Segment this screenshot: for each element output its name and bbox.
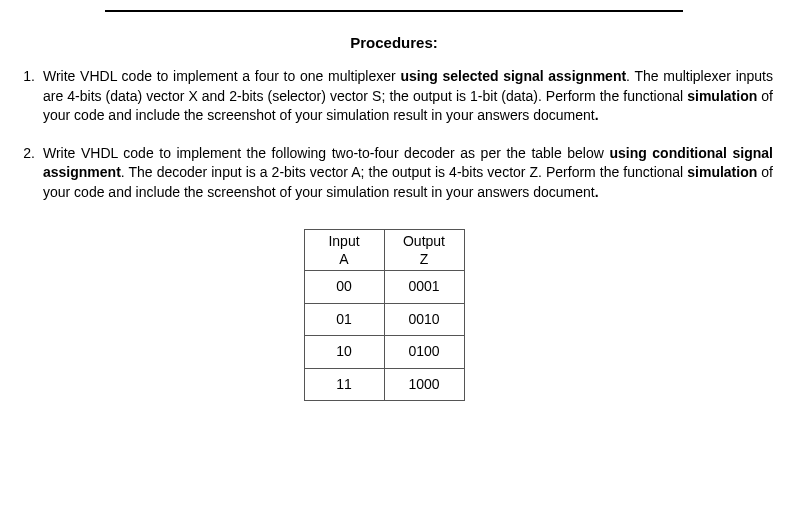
table-row: 11 1000 — [304, 368, 464, 401]
text-bold: . — [595, 184, 599, 200]
section-heading: Procedures: — [15, 32, 773, 53]
table-row: 01 0010 — [304, 303, 464, 336]
procedure-list: 1. Write VHDL code to implement a four t… — [15, 67, 773, 203]
text-segment: Write VHDL code to implement a four to o… — [43, 68, 400, 84]
table-cell: 0100 — [384, 336, 464, 369]
table-cell: 01 — [304, 303, 384, 336]
text-segment: Write VHDL code to implement the followi… — [43, 145, 609, 161]
list-item: 2. Write VHDL code to implement the foll… — [15, 144, 773, 203]
table-header-cell: Input A — [304, 229, 384, 270]
text-bold: simulation — [687, 88, 757, 104]
col-header: Output — [403, 233, 445, 249]
table-row: 00 0001 — [304, 270, 464, 303]
table-cell: 00 — [304, 270, 384, 303]
truth-table: Input A Output Z 00 0001 01 0010 10 0100… — [304, 229, 465, 402]
col-subheader: Z — [420, 251, 429, 267]
table-cell: 11 — [304, 368, 384, 401]
table-row: 10 0100 — [304, 336, 464, 369]
list-item: 1. Write VHDL code to implement a four t… — [15, 67, 773, 126]
horizontal-rule — [105, 10, 683, 12]
item-number: 2. — [15, 144, 43, 203]
table-cell: 1000 — [384, 368, 464, 401]
table-cell: 10 — [304, 336, 384, 369]
table-header-row: Input A Output Z — [304, 229, 464, 270]
item-text: Write VHDL code to implement a four to o… — [43, 67, 773, 126]
item-text: Write VHDL code to implement the followi… — [43, 144, 773, 203]
table-header-cell: Output Z — [384, 229, 464, 270]
text-bold: using selected signal assignment — [400, 68, 626, 84]
text-segment: . The decoder input is a 2-bits vector A… — [121, 164, 687, 180]
table-cell: 0001 — [384, 270, 464, 303]
text-bold: simulation — [687, 164, 757, 180]
item-number: 1. — [15, 67, 43, 126]
text-bold: . — [595, 107, 599, 123]
table-cell: 0010 — [384, 303, 464, 336]
col-subheader: A — [339, 251, 348, 267]
col-header: Input — [328, 233, 359, 249]
table-wrapper: Input A Output Z 00 0001 01 0010 10 0100… — [0, 221, 773, 402]
